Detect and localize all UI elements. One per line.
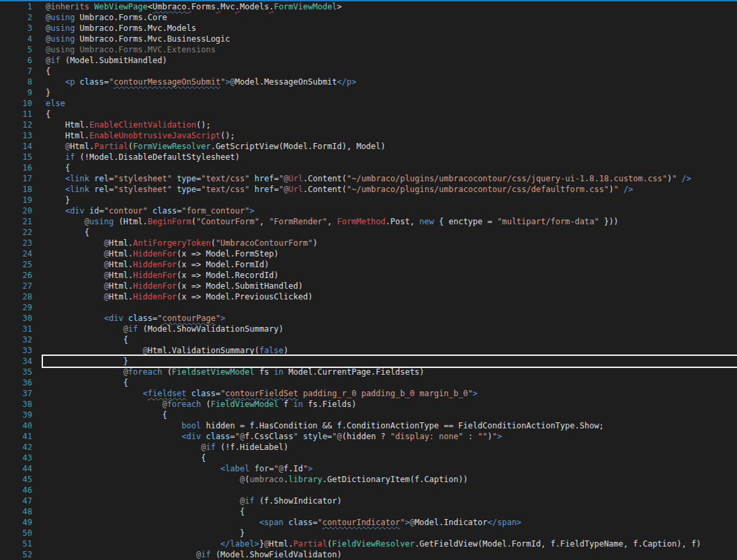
code-line[interactable]: 25 @Html.HiddenFor(x => Model.FormId)	[0, 259, 737, 270]
code-line[interactable]: 46	[0, 485, 737, 496]
line-number[interactable]: 35	[0, 367, 32, 377]
line-number[interactable]: 12	[0, 120, 32, 130]
line-number[interactable]: 20	[0, 205, 32, 216]
code-line[interactable]: 14 @Html.Partial(FormViewResolver.GetScr…	[0, 141, 737, 152]
line-number[interactable]: 45	[0, 474, 32, 485]
code-line[interactable]: 29	[0, 302, 737, 313]
code-line[interactable]: 40 bool hidden = f.HasCondition && f.Con…	[0, 420, 737, 431]
line-number[interactable]: 25	[0, 259, 32, 270]
line-number[interactable]: 13	[0, 130, 32, 141]
line-number[interactable]: 6	[0, 55, 32, 66]
code-line[interactable]: 49 <span class="contourIndicator">@Model…	[0, 517, 737, 528]
code-lines[interactable]: 1@inherits WebViewPage<Umbraco.Forms.Mvc…	[0, 1, 737, 560]
line-number[interactable]: 47	[0, 496, 32, 506]
code-line[interactable]: 20 <div id="contour" class="form_contour…	[0, 205, 737, 216]
code-line[interactable]: 2@using Umbraco.Forms.Core	[0, 12, 737, 23]
line-number[interactable]: 10	[0, 98, 32, 109]
code-line[interactable]: 12 Html.EnableClientValidation();	[0, 120, 737, 130]
line-number[interactable]: 17	[0, 173, 32, 184]
line-number[interactable]: 9	[0, 87, 32, 98]
line-number[interactable]: 27	[0, 281, 32, 291]
code-line[interactable]: 15 if (!Model.DisableDefaultStylesheet)	[0, 152, 737, 162]
line-number[interactable]: 30	[0, 313, 32, 324]
line-number[interactable]: 34	[0, 356, 32, 367]
code-line[interactable]: 51 </label>}@Html.Partial(FieldViewResol…	[0, 539, 737, 549]
line-number[interactable]: 24	[0, 248, 32, 259]
code-line[interactable]: 10else	[0, 98, 737, 109]
code-line[interactable]: 9}	[0, 87, 737, 98]
code-line[interactable]: 48 {	[0, 506, 737, 517]
line-number[interactable]: 18	[0, 184, 32, 195]
line-number[interactable]: 31	[0, 324, 32, 334]
code-line[interactable]: 32 {	[0, 334, 737, 345]
line-number[interactable]: 3	[0, 23, 32, 34]
code-line[interactable]: 37 <fieldset class="contourFieldSet padd…	[0, 388, 737, 399]
code-line[interactable]: 36 {	[0, 377, 737, 388]
line-number[interactable]: 16	[0, 162, 32, 173]
line-number[interactable]: 40	[0, 420, 32, 431]
line-number[interactable]: 1	[0, 1, 32, 12]
line-number[interactable]: 19	[0, 195, 32, 205]
code-line[interactable]: 39 {	[0, 410, 737, 420]
code-line[interactable]: 50 }	[0, 528, 737, 539]
line-number[interactable]: 33	[0, 345, 32, 356]
code-line[interactable]: 47 @if (f.ShowIndicator)	[0, 496, 737, 506]
line-number[interactable]: 41	[0, 431, 32, 442]
line-number[interactable]: 14	[0, 141, 32, 152]
line-number[interactable]: 11	[0, 109, 32, 120]
line-number[interactable]: 48	[0, 506, 32, 517]
code-line[interactable]: 34 }	[0, 356, 737, 367]
line-number[interactable]: 37	[0, 388, 32, 399]
line-number[interactable]: 21	[0, 216, 32, 227]
line-number[interactable]: 29	[0, 302, 32, 313]
code-line[interactable]: 35 @foreach (FieldsetViewModel fs in Mod…	[0, 367, 737, 377]
line-number[interactable]: 38	[0, 399, 32, 410]
code-line[interactable]: 11{	[0, 109, 737, 120]
code-line[interactable]: 3@using Umbraco.Forms.Mvc.Models	[0, 23, 737, 34]
code-line[interactable]: 41 <div class="@f.CssClass" style="@(hid…	[0, 431, 737, 442]
code-line[interactable]: 13 Html.EnableUnobtrusiveJavaScript();	[0, 130, 737, 141]
code-line[interactable]: 1@inherits WebViewPage<Umbraco.Forms.Mvc…	[0, 1, 737, 12]
line-number[interactable]: 42	[0, 442, 32, 453]
line-number[interactable]: 50	[0, 528, 32, 539]
line-number[interactable]: 2	[0, 12, 32, 23]
line-number[interactable]: 4	[0, 34, 32, 44]
code-line[interactable]: 7{	[0, 66, 737, 77]
code-line[interactable]: 42 @if (!f.HideLabel)	[0, 442, 737, 453]
code-line[interactable]: 17 <link rel="stylesheet" type="text/css…	[0, 173, 737, 184]
line-number[interactable]: 51	[0, 539, 32, 549]
code-line[interactable]: 43 {	[0, 453, 737, 463]
line-number[interactable]: 43	[0, 453, 32, 463]
line-number[interactable]: 32	[0, 334, 32, 345]
line-number[interactable]: 5	[0, 44, 32, 55]
code-line[interactable]: 44 <label for="@f.Id">	[0, 463, 737, 474]
line-number[interactable]: 26	[0, 270, 32, 281]
code-line[interactable]: 52 @if (Model.ShowFieldValidaton)	[0, 549, 737, 560]
code-line[interactable]: 31 @if (Model.ShowValidationSummary)	[0, 324, 737, 334]
line-number[interactable]: 23	[0, 238, 32, 248]
code-line[interactable]: 38 @foreach (FieldViewModel f in fs.Fiel…	[0, 399, 737, 410]
code-line[interactable]: 45 @(umbraco.library.GetDictionaryItem(f…	[0, 474, 737, 485]
line-number[interactable]: 8	[0, 77, 32, 87]
code-line[interactable]: 26 @Html.HiddenFor(x => Model.RecordId)	[0, 270, 737, 281]
line-number[interactable]: 15	[0, 152, 32, 162]
line-number[interactable]: 39	[0, 410, 32, 420]
code-line[interactable]: 16 {	[0, 162, 737, 173]
line-number[interactable]: 28	[0, 291, 32, 302]
code-line[interactable]: 33 @Html.ValidationSummary(false)	[0, 345, 737, 356]
line-number[interactable]: 52	[0, 549, 32, 560]
code-line[interactable]: 21 @using (Html.BeginForm("ContourForm",…	[0, 216, 737, 227]
code-line[interactable]: 5@using Umbraco.Forms.MVC.Extensions	[0, 44, 737, 55]
line-number[interactable]: 46	[0, 485, 32, 496]
line-number[interactable]: 7	[0, 66, 32, 77]
line-number[interactable]: 44	[0, 463, 32, 474]
code-line[interactable]: 28 @Html.HiddenFor(x => Model.PreviousCl…	[0, 291, 737, 302]
code-line[interactable]: 27 @Html.HiddenFor(x => Model.SubmitHand…	[0, 281, 737, 291]
line-number[interactable]: 36	[0, 377, 32, 388]
code-line[interactable]: 6@if (Model.SubmitHandled)	[0, 55, 737, 66]
code-line[interactable]: 24 @Html.HiddenFor(x => Model.FormStep)	[0, 248, 737, 259]
code-line[interactable]: 18 <link rel="stylesheet" type="text/css…	[0, 184, 737, 195]
code-line[interactable]: 30 <div class="contourPage">	[0, 313, 737, 324]
code-line[interactable]: 22 {	[0, 227, 737, 238]
code-line[interactable]: 23 @Html.AntiForgeryToken("UmbracoContou…	[0, 238, 737, 248]
